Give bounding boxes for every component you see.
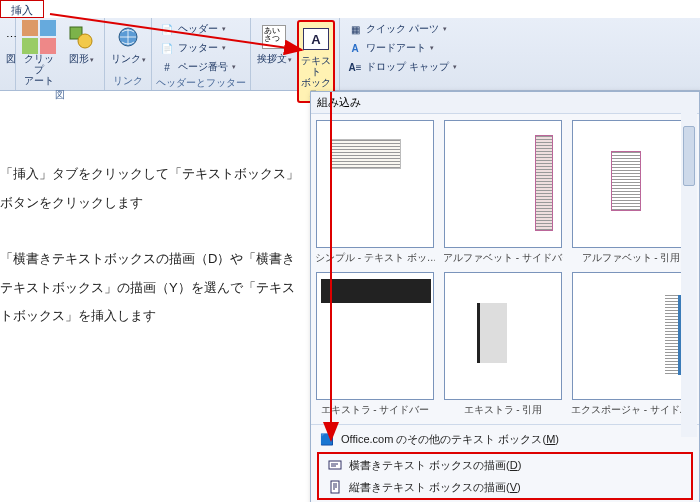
svg-point-1 [78,34,92,48]
gallery-item[interactable]: アルファベット - 引用 [571,120,691,270]
office-more-textboxes[interactable]: 🟦 Office.com のその他のテキスト ボックス(M) [311,428,699,450]
salutation-icon: あいさつ [259,22,289,52]
footer-icon: 📄 [159,40,175,56]
quickparts-button[interactable]: ▦クイック パーツ▾ [344,20,460,38]
gallery-item[interactable]: アルファベット - サイドバー [443,120,563,270]
textbox-icon: A [301,24,331,54]
svg-rect-3 [329,461,341,469]
wordart-icon: A [347,40,363,56]
gallery-item[interactable]: エクスポージャ - サイドバー [571,272,691,422]
link-button[interactable]: リンク▾ [109,20,147,66]
instruction-text: 「挿入」タブをクリックして「テキストボックス」ボタンをクリックします 「横書きテ… [0,160,300,359]
pagenum-button[interactable]: #ページ番号▾ [156,58,246,76]
ribbon: ⋯図 クリップアート 図形▾ 図 リンク▾ リンク 📄ヘッダー▾ 📄フッタ [0,18,700,91]
gallery-scrollbar[interactable] [681,110,697,437]
gallery-item[interactable]: エキストラ - 引用 [443,272,563,422]
textbox-dropdown: 組み込み シンプル - テキスト ボッ… アルファベット - サイドバー アルフ… [310,91,700,502]
clipart-icon [24,22,54,52]
gallery-item[interactable]: エキストラ - サイドバー [315,272,435,422]
svg-rect-6 [331,481,339,493]
dropcap-button[interactable]: A≡ドロップ キャップ▾ [344,58,460,76]
footer-button[interactable]: 📄フッター▾ [156,39,246,57]
tab-insert[interactable]: 挿入 [0,0,44,18]
draw-vertical-textbox[interactable]: 縦書きテキスト ボックスの描画(V) [319,476,691,498]
quickparts-icon: ▦ [347,21,363,37]
office-icon: 🟦 [319,431,335,447]
draw-horizontal-textbox[interactable]: 横書きテキスト ボックスの描画(D) [319,454,691,476]
salutation-button[interactable]: あいさつ 挨拶文▾ [255,20,293,103]
dropcap-icon: A≡ [347,59,363,75]
link-icon [113,22,143,52]
textbox-v-icon [327,479,343,495]
shapes-button[interactable]: 図形▾ [62,20,100,88]
header-icon: 📄 [159,21,175,37]
textbox-gallery: シンプル - テキスト ボッ… アルファベット - サイドバー アルファベット … [311,114,699,424]
textbox-h-icon [327,457,343,473]
clipart-button[interactable]: クリップアート [20,20,58,88]
gallery-item[interactable]: シンプル - テキスト ボッ… [315,120,435,270]
dropdown-header: 組み込み [311,92,699,114]
header-button[interactable]: 📄ヘッダー▾ [156,20,246,38]
shapes-icon [66,22,96,52]
pagenum-icon: # [159,59,175,75]
wordart-button[interactable]: Aワードアート▾ [344,39,460,57]
